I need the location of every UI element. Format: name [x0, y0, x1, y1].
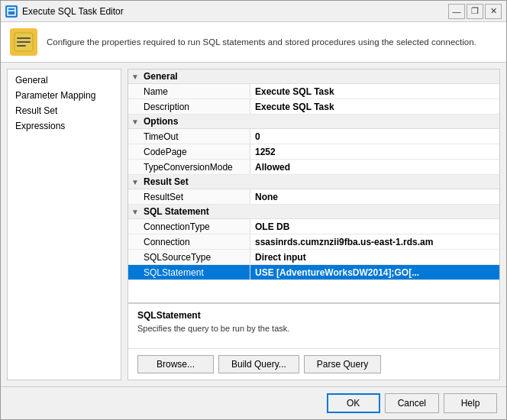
row-name: Name Execute SQL Task [128, 84, 499, 99]
window-title: Execute SQL Task Editor [22, 6, 124, 17]
header-icon [10, 28, 37, 56]
description-title: SQLStatement [137, 310, 490, 321]
row-description: Description Execute SQL Task [128, 99, 499, 115]
svg-rect-0 [8, 8, 15, 15]
help-button[interactable]: Help [444, 393, 497, 413]
nav-item-general[interactable]: General [8, 73, 121, 88]
header-description: Configure the properties required to run… [1, 22, 506, 63]
restore-button[interactable]: ❐ [467, 4, 483, 19]
val-sqlsourcetype: Direct input [250, 250, 499, 264]
val-name: Execute SQL Task [250, 84, 499, 99]
execute-sql-task-editor-window: Execute SQL Task Editor — ❐ ✕ Configure … [0, 0, 507, 420]
main-content: General Parameter Mapping Result Set Exp… [1, 63, 506, 386]
description-text: Specifies the query to be run by the tas… [137, 324, 490, 333]
val-typeconversionmode: Allowed [250, 160, 499, 174]
row-sqlstatement[interactable]: SQLStatement USE [AdventureWorksDW2014];… [128, 265, 499, 280]
nav-item-parameter-mapping[interactable]: Parameter Mapping [8, 88, 121, 103]
row-typeconversionmode: TypeConversionMode Allowed [128, 160, 499, 175]
val-description: Execute SQL Task [250, 99, 499, 114]
close-button[interactable]: ✕ [485, 4, 502, 19]
svg-rect-4 [17, 41, 31, 43]
options-chevron: ▼ [131, 118, 140, 126]
build-query-button[interactable]: Build Query... [218, 355, 299, 373]
row-resultset: ResultSet None [128, 189, 499, 205]
sql-statement-section-label: SQL Statement [144, 206, 209, 217]
val-resultset: None [250, 189, 499, 204]
nav-item-result-set[interactable]: Result Set [8, 103, 121, 118]
general-section-label: General [144, 71, 178, 82]
key-sqlsourcetype: SQLSourceType [128, 250, 250, 264]
property-grid[interactable]: ▼ General Name Execute SQL Task Descript… [128, 69, 499, 302]
action-buttons: Browse... Build Query... Parse Query [128, 348, 499, 380]
browse-button[interactable]: Browse... [137, 355, 214, 373]
sql-statement-section-header: ▼ SQL Statement [128, 205, 499, 219]
title-bar-left: Execute SQL Task Editor [5, 5, 124, 18]
val-sqlstatement: USE [AdventureWorksDW2014];GO[... [250, 265, 499, 279]
row-codepage: CodePage 1252 [128, 144, 499, 160]
key-connectiontype: ConnectionType [128, 219, 250, 234]
key-description: Description [128, 99, 250, 114]
key-name: Name [128, 84, 250, 99]
ok-button[interactable]: OK [327, 393, 380, 413]
svg-rect-5 [17, 45, 26, 47]
row-timeout: TimeOut 0 [128, 129, 499, 144]
cancel-button[interactable]: Cancel [385, 393, 439, 413]
val-connectiontype: OLE DB [250, 219, 499, 234]
row-connection: Connection ssasinrds.cumznzii9fba.us-eas… [128, 234, 499, 250]
parse-query-button[interactable]: Parse Query [304, 355, 381, 373]
val-timeout: 0 [250, 129, 499, 144]
general-section-header: ▼ General [128, 69, 499, 84]
sql-statement-chevron: ▼ [131, 208, 140, 216]
options-section-header: ▼ Options [128, 115, 499, 129]
val-connection: ssasinrds.cumznzii9fba.us-east-1.rds.am [250, 234, 499, 249]
minimize-button[interactable]: — [448, 4, 465, 19]
key-codepage: CodePage [128, 144, 250, 159]
row-connectiontype: ConnectionType OLE DB [128, 219, 499, 234]
key-connection: Connection [128, 234, 250, 249]
val-codepage: 1252 [250, 144, 499, 159]
title-bar: Execute SQL Task Editor — ❐ ✕ [1, 1, 506, 22]
result-set-section-label: Result Set [144, 176, 189, 187]
bottom-buttons: OK Cancel Help [1, 386, 506, 419]
general-chevron: ▼ [131, 73, 140, 81]
window-icon [5, 5, 18, 18]
right-panel: ▼ General Name Execute SQL Task Descript… [128, 69, 500, 380]
key-sqlstatement: SQLStatement [128, 265, 250, 279]
description-box: SQLStatement Specifies the query to be r… [128, 302, 499, 348]
options-section-label: Options [144, 116, 178, 127]
key-typeconversionmode: TypeConversionMode [128, 160, 250, 174]
key-resultset: ResultSet [128, 189, 250, 204]
left-nav: General Parameter Mapping Result Set Exp… [7, 69, 121, 380]
row-sqlsourcetype: SQLSourceType Direct input [128, 250, 499, 265]
key-timeout: TimeOut [128, 129, 250, 144]
header-text: Configure the properties required to run… [47, 36, 476, 48]
nav-item-expressions[interactable]: Expressions [8, 118, 121, 134]
title-controls: — ❐ ✕ [448, 4, 502, 19]
svg-rect-3 [17, 37, 31, 39]
result-set-section-header: ▼ Result Set [128, 175, 499, 189]
result-set-chevron: ▼ [131, 178, 140, 186]
